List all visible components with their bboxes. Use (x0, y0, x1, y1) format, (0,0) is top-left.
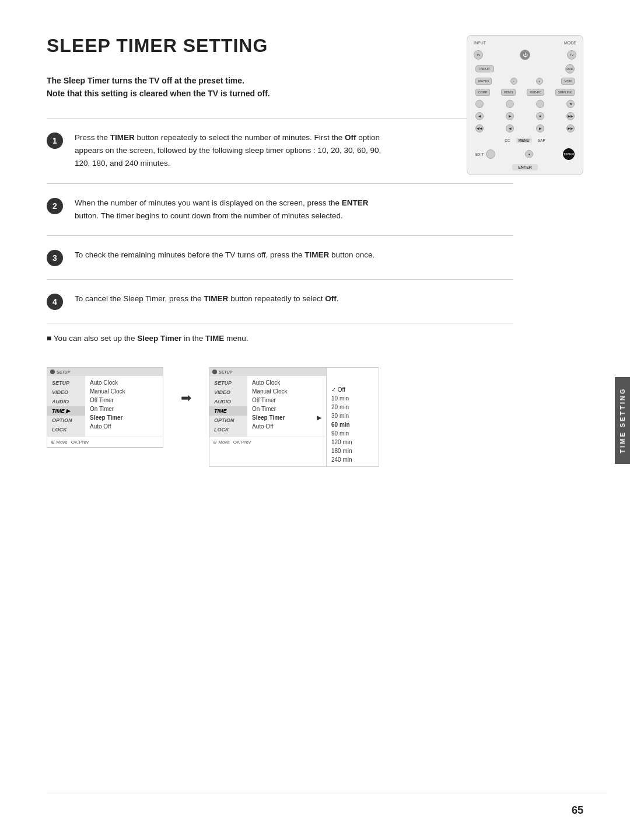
intro-text: The Sleep Timer turns the TV off at the … (47, 74, 385, 100)
rgb-button: RGB-PC (527, 89, 544, 96)
step-3-badge: 3 (47, 250, 63, 266)
submenu-off: ✓ Off (331, 385, 374, 394)
rev2-button: ◀ (506, 124, 514, 133)
side-tab: TIME SETTING (615, 377, 630, 463)
menu-right-option: OPTION (209, 416, 247, 425)
step-2-badge: 2 (47, 198, 63, 214)
menu-r-off-timer: Off Timer (252, 396, 321, 405)
step-4-text: To cancel the Sleep Timer, press the TIM… (75, 292, 339, 305)
step-1-section: 1 Press the TIMER button repeatedly to s… (47, 118, 513, 183)
fwd2-button: ▶ (536, 124, 544, 133)
timer-button: TIMER (563, 148, 575, 160)
step-3-section: 3 To check the remaining minutes before … (47, 236, 513, 279)
star-button: ★ (566, 100, 575, 108)
submenu-10min: 10 min (331, 394, 374, 403)
bottom-divider (47, 793, 607, 793)
simplink-button: SIMPLINK (555, 89, 575, 96)
step-4-section: 4 To cancel the Sleep Timer, press the T… (47, 280, 513, 323)
menu-r-auto-off: Auto Off (252, 422, 321, 431)
menu-dot-right (212, 370, 217, 374)
menu-video: VIDEO (47, 388, 85, 397)
step-1-badge: 1 (47, 133, 63, 149)
diagrams-area: SETUP SETUP VIDEO AUDIO TIME ▶ OPTION LO… (47, 355, 513, 479)
remote-illustration: INPUT MODE TV ⏻ TV INPUT DVD RATIO - + V… (467, 35, 595, 175)
step-2-text: When the number of minutes you want is d… (75, 197, 390, 223)
menu-diagram-right: SETUP SETUP VIDEO AUDIO TIME OPTION LOCK… (209, 367, 379, 467)
menu-footer-right: ⊕ MoveOK Prev (209, 437, 326, 447)
submenu-90min: 90 min (331, 429, 374, 438)
step-3-text: To check the remaining minutes before th… (75, 249, 374, 262)
menu-off-timer: Off Timer (90, 396, 158, 405)
play-button: ▶ (506, 112, 514, 120)
plus-button: + (536, 78, 543, 85)
fwd-button: ▶▶ (566, 112, 575, 120)
submenu-240min: 240 min (331, 455, 374, 464)
rew-button: ◀◀ (475, 124, 484, 133)
menu-on-timer: On Timer (90, 405, 158, 413)
menu-right-video: VIDEO (209, 388, 247, 397)
submenu-180min: 180 min (331, 447, 374, 455)
back-button: ◀ (475, 112, 484, 120)
menu-time: TIME ▶ (47, 406, 85, 416)
submenu-120min: 120 min (331, 438, 374, 447)
menu-audio: AUDIO (47, 397, 85, 406)
dvd-button: DVD (565, 64, 575, 74)
menu-manual-clock: Manual Clock (90, 387, 158, 396)
menu-r-on-timer: On Timer (252, 405, 321, 413)
submenu-20min: 20 min (331, 403, 374, 412)
menu-right-setup: SETUP (209, 378, 247, 388)
submenu-30min: 30 min (331, 412, 374, 420)
vcr-button: VCR (561, 78, 575, 85)
menu-r-sleep-timer: Sleep Timer▶ (252, 413, 321, 422)
submenu-panel: ✓ Off 10 min 20 min 30 min 60 min 90 min… (326, 368, 379, 466)
menu-right-time: TIME (209, 406, 247, 416)
ratio-button: RATIO (475, 78, 492, 85)
arrow-indicator: ➡ (175, 391, 197, 406)
minus-button: - (510, 78, 517, 85)
tv-mode-button: TV (567, 50, 576, 60)
menu-auto-clock: Auto Clock (90, 378, 158, 387)
submenu-60min: 60 min (331, 420, 374, 429)
hdmi1-button: HDMI1 (501, 89, 516, 96)
picture-button (475, 100, 484, 108)
menu-auto-off: Auto Off (90, 422, 158, 431)
menu-diagram-left: SETUP SETUP VIDEO AUDIO TIME ▶ OPTION LO… (47, 367, 163, 448)
stop-button: ■ (536, 112, 544, 120)
step-1-text: Press the TIMER button repeatedly to sel… (75, 131, 390, 170)
menu-dot (50, 370, 55, 374)
step-2-section: 2 When the number of minutes you want is… (47, 184, 513, 236)
menu-right-lock: LOCK (209, 425, 247, 434)
page-number: 65 (572, 804, 583, 817)
tv-button: TV (474, 50, 483, 60)
menu-r-auto-clock: Auto Clock (252, 378, 321, 387)
menu-sleep-timer-left: Sleep Timer (90, 413, 158, 422)
sound-button (506, 100, 514, 108)
comp-button: COMP (475, 89, 490, 96)
note-line: ■ You can also set up the Sleep Timer in… (47, 323, 513, 355)
page-title: SLEEP TIMER SETTING (47, 35, 513, 57)
step-4-badge: 4 (47, 294, 63, 310)
intro-line1: The Sleep Timer turns the TV off at the … (47, 74, 385, 87)
intro-line2: Note that this setting is cleared when t… (47, 87, 385, 100)
menu-right-audio: AUDIO (209, 397, 247, 406)
up-button: ▲ (525, 150, 533, 158)
menu-setup: SETUP (47, 378, 85, 388)
power-button: ⏻ (520, 50, 530, 60)
exit-button (486, 149, 495, 159)
menu-option: OPTION (47, 416, 85, 425)
adjust-button (536, 100, 544, 108)
menu-lock: LOCK (47, 425, 85, 434)
input-button: INPUT (475, 65, 494, 72)
skip-button: ▶▶ (566, 124, 575, 133)
menu-r-manual-clock: Manual Clock (252, 387, 321, 396)
menu-footer-left: ⊕ MoveOK Prev (47, 437, 163, 447)
